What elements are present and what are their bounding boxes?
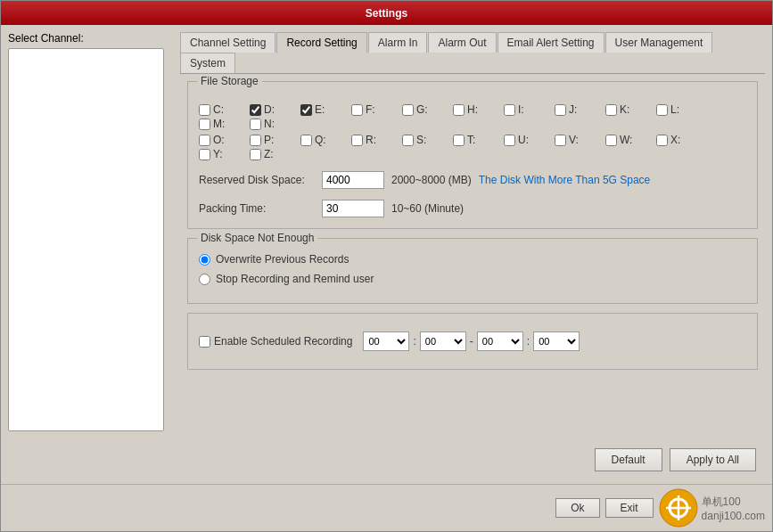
drive-t-checkbox[interactable] (453, 135, 465, 146)
drive-v: V: (555, 134, 604, 146)
ok-button[interactable]: Ok (555, 498, 599, 518)
title-bar: Settings (1, 1, 772, 25)
drive-j-label: J: (569, 103, 577, 116)
disk-space-section: Disk Space Not Enough Overwrite Previous… (187, 238, 758, 304)
tab-record-setting[interactable]: Record Setting (276, 32, 366, 53)
drive-n-checkbox[interactable] (250, 119, 261, 130)
packing-time-hint: 10~60 (Minute) (391, 202, 464, 215)
stop-recording-label: Stop Recording and Remind user (216, 273, 374, 285)
drive-e-checkbox[interactable] (300, 104, 312, 116)
footer-right: Ok Exit 单机100 danji100.com (555, 488, 765, 528)
drive-m-label: M: (213, 118, 225, 130)
drive-x-checkbox[interactable] (656, 135, 668, 146)
drive-i: I: (504, 103, 553, 116)
drive-t-label: T: (467, 134, 475, 146)
logo-line1: 单机100 (702, 495, 765, 510)
drive-y-checkbox[interactable] (199, 149, 210, 160)
drive-m: M: (199, 118, 248, 130)
tab-user-management[interactable]: User Management (605, 32, 713, 53)
drive-w: W: (605, 134, 654, 146)
drive-r-label: R: (366, 134, 376, 146)
danji-logo: 单机100 danji100.com (659, 488, 765, 528)
overwrite-label: Overwrite Previous Records (216, 253, 349, 266)
drive-p-checkbox[interactable] (250, 135, 261, 146)
drive-x: X: (656, 134, 705, 146)
drive-f-label: F: (366, 103, 375, 116)
content-area: Select Channel: Channel Setting Record S… (1, 25, 772, 484)
tab-alarm-out[interactable]: Alarm Out (428, 32, 496, 53)
drive-m-checkbox[interactable] (199, 119, 210, 130)
drive-l-label: L: (670, 103, 679, 116)
drive-l-checkbox[interactable] (656, 104, 668, 116)
drive-j: J: (555, 103, 604, 116)
drive-d-checkbox[interactable] (250, 104, 261, 116)
right-panel: Channel Setting Record Setting Alarm In … (180, 32, 765, 477)
drive-r-checkbox[interactable] (351, 135, 363, 146)
tab-bar: Channel Setting Record Setting Alarm In … (180, 32, 765, 74)
drive-h-checkbox[interactable] (453, 104, 465, 116)
drive-w-checkbox[interactable] (605, 135, 617, 146)
drive-row-2: O: P: Q: R: (199, 134, 746, 160)
apply-to-all-button[interactable]: Apply to All (670, 448, 756, 471)
drive-o-checkbox[interactable] (199, 135, 210, 146)
reserved-disk-hint: 2000~8000 (MB) (391, 174, 472, 186)
drive-f-checkbox[interactable] (351, 104, 363, 116)
schedule-section: Enable Scheduled Recording 00010203 0405… (187, 313, 758, 370)
tab-email-alert[interactable]: Email Alert Setting (498, 32, 604, 53)
channel-list[interactable] (8, 48, 164, 431)
reserved-disk-link[interactable]: The Disk With More Than 5G Space (479, 174, 651, 186)
drive-q-checkbox[interactable] (300, 135, 312, 146)
drive-z-checkbox[interactable] (250, 149, 261, 160)
schedule-row: Enable Scheduled Recording 00010203 0405… (199, 324, 746, 358)
drive-y-label: Y: (213, 148, 223, 160)
stop-recording-radio[interactable] (199, 274, 210, 285)
logo-line2: danji100.com (702, 510, 765, 522)
tab-channel-setting[interactable]: Channel Setting (180, 32, 275, 53)
drive-row-1: C: D: E: F: (199, 103, 746, 130)
drive-l: L: (656, 103, 705, 116)
packing-time-input[interactable] (322, 200, 384, 217)
drive-o: O: (199, 134, 248, 146)
start-min-select[interactable]: 00153045 (420, 331, 466, 351)
drive-n: N: (250, 118, 299, 130)
drive-h-label: H: (467, 103, 478, 116)
drive-i-checkbox[interactable] (504, 104, 515, 116)
drive-c: C: (199, 103, 248, 116)
drive-s-checkbox[interactable] (402, 135, 414, 146)
schedule-checkbox[interactable] (199, 336, 210, 348)
time-colon-2: : (527, 335, 530, 348)
drive-v-checkbox[interactable] (555, 135, 566, 146)
tab-system[interactable]: System (180, 53, 235, 73)
drive-e-label: E: (315, 103, 325, 116)
exit-button[interactable]: Exit (605, 498, 654, 518)
overwrite-option: Overwrite Previous Records (199, 253, 746, 266)
drive-k-checkbox[interactable] (605, 104, 617, 116)
drive-q: Q: (300, 134, 349, 146)
reserved-disk-row: Reserved Disk Space: 2000~8000 (MB) The … (199, 171, 746, 189)
packing-time-row: Packing Time: 10~60 (Minute) (199, 200, 746, 217)
default-button[interactable]: Default (595, 448, 662, 471)
drive-o-label: O: (213, 134, 225, 146)
drive-e: E: (300, 103, 349, 116)
drive-f: F: (351, 103, 400, 116)
drive-g-checkbox[interactable] (402, 104, 414, 116)
start-hour-select[interactable]: 00010203 04050607 08091011 12131415 1617… (363, 331, 409, 351)
drive-v-label: V: (569, 134, 579, 146)
footer: Ok Exit 单机100 danji100.com (1, 484, 772, 531)
drive-j-checkbox[interactable] (555, 104, 566, 116)
end-hour-select[interactable]: 00010203 04050607 08091011 12131415 1617… (477, 331, 523, 351)
reserved-disk-label: Reserved Disk Space: (199, 174, 315, 186)
drive-u-label: U: (518, 134, 529, 146)
drive-u-checkbox[interactable] (504, 135, 515, 146)
reserved-disk-input[interactable] (322, 171, 384, 189)
time-colon-1: : (413, 335, 415, 348)
settings-window: Settings Select Channel: Channel Setting… (0, 0, 773, 532)
overwrite-radio[interactable] (199, 254, 210, 266)
drive-c-checkbox[interactable] (199, 104, 210, 116)
stop-recording-option: Stop Recording and Remind user (199, 273, 746, 285)
drive-p-label: P: (264, 134, 274, 146)
tab-alarm-in[interactable]: Alarm In (368, 32, 428, 53)
logo-text: 单机100 danji100.com (702, 495, 765, 522)
action-buttons-bar: Default Apply to All (180, 443, 765, 477)
end-min-select[interactable]: 00153045 (533, 331, 580, 351)
